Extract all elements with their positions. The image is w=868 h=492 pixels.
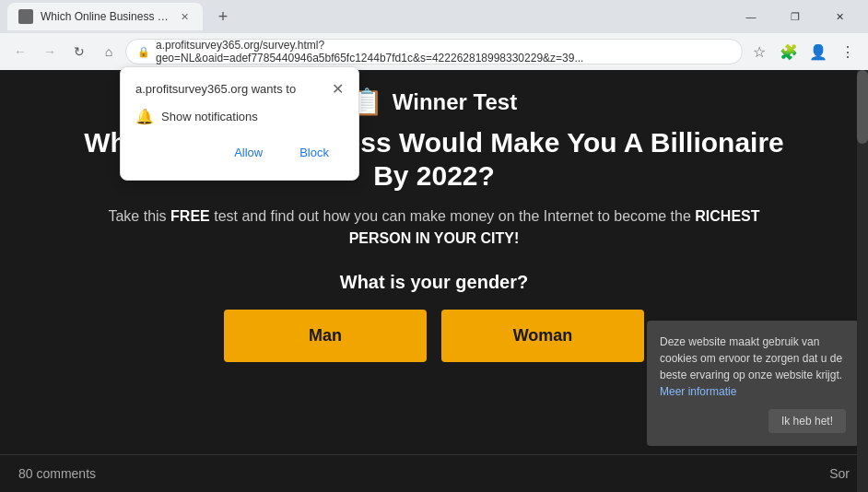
refresh-button[interactable]: ↻ [66,39,92,64]
cookie-more-info-link[interactable]: Meer informatie [660,385,736,398]
sort-label: Sor [829,466,850,481]
cookie-accept-button[interactable]: Ik heb het! [768,409,846,433]
notif-show-text: Show notifications [161,110,258,123]
profile-button[interactable]: 👤 [805,39,831,64]
bookmark-button[interactable]: ☆ [746,39,772,64]
back-button[interactable]: ← [7,39,33,64]
notif-close-button[interactable]: ✕ [332,82,344,97]
woman-button[interactable]: Woman [441,310,644,362]
tab-title: Which Online Business Would M [41,10,170,23]
notification-popup: a.profitsurvey365.org wants to ✕ 🔔 Show … [120,66,359,181]
bell-icon: 🔔 [135,108,154,125]
allow-button[interactable]: Allow [219,140,277,165]
window-controls: — ❐ ✕ [730,0,861,33]
url-bar[interactable]: 🔒 a.profitsurvey365.org/survey.html?geo=… [125,39,743,64]
page-footer: 80 comments Sor [0,454,868,492]
block-button[interactable]: Block [285,140,344,165]
address-bar: ← → ↻ ⌂ 🔒 a.profitsurvey365.org/survey.h… [0,33,868,70]
scrollbar-track[interactable] [857,70,868,492]
sub-heading: Take this FREE test and find out how you… [0,205,868,250]
tab-close-button[interactable]: ✕ [177,9,192,24]
new-tab-button[interactable]: + [210,4,236,29]
browser-tab[interactable]: Which Online Business Would M ✕ [7,3,203,30]
extensions-button[interactable]: 🧩 [776,39,802,64]
cookie-banner: Deze website maakt gebruik van cookies o… [647,321,859,446]
forward-button[interactable]: → [37,39,63,64]
browser-chrome: Which Online Business Would M ✕ + — ❐ ✕ … [0,0,868,70]
notif-buttons: Allow Block [135,140,344,165]
notif-header: a.profitsurvey365.org wants to ✕ [135,82,344,97]
title-bar: Which Online Business Would M ✕ + — ❐ ✕ [0,0,868,33]
close-button[interactable]: ✕ [818,0,861,33]
maximize-button[interactable]: ❐ [774,0,816,33]
notif-origin: a.profitsurvey365.org wants to [135,82,296,96]
cookie-text: Deze website maakt gebruik van cookies o… [660,335,842,381]
gender-question: What is your gender? [0,272,868,293]
menu-button[interactable]: ⋮ [835,39,861,64]
home-button[interactable]: ⌂ [96,39,122,64]
lock-icon: 🔒 [137,46,150,58]
notif-row: 🔔 Show notifications [135,108,344,125]
tab-favicon [18,9,33,24]
url-text: a.profitsurvey365.org/survey.html?geo=NL… [156,39,731,64]
scrollbar-thumb[interactable] [857,70,868,144]
comments-count: 80 comments [18,466,96,481]
winner-title: Winner Test [393,89,517,115]
minimize-button[interactable]: — [730,0,772,33]
man-button[interactable]: Man [224,310,427,362]
